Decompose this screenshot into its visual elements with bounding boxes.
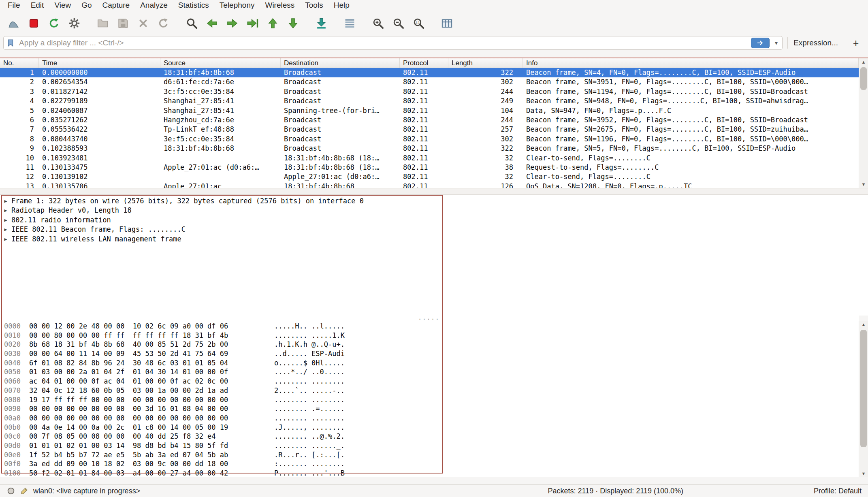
column-header-no[interactable]: No. xyxy=(0,58,39,68)
menu-item-wireless[interactable]: Wireless xyxy=(260,0,300,11)
scroll-down-icon[interactable]: ▼ xyxy=(859,470,868,477)
packet-row-8[interactable]: 80.0804437403e:f5:cc:0e:35:84Broadcast80… xyxy=(0,134,859,144)
menu-item-statistics[interactable]: Statistics xyxy=(173,0,214,11)
column-header-info[interactable]: Info xyxy=(523,58,859,68)
find-packet-button[interactable] xyxy=(181,13,202,33)
packet-list-scrollbar-track[interactable] xyxy=(859,66,868,181)
detail-line-4[interactable]: ▸IEEE 802.11 wireless LAN management fra… xyxy=(0,235,868,244)
reload-capture-file-button[interactable] xyxy=(153,13,173,33)
hex-row-0050[interactable]: 005001 03 00 00 2a 01 04 2f 01 04 30 14 … xyxy=(0,367,859,377)
menu-item-go[interactable]: Go xyxy=(76,0,97,11)
hex-row-00e0[interactable]: 00e01f 52 b4 b5 b7 72 ae e5 5b ab 3a ed … xyxy=(0,450,859,460)
expander-icon[interactable]: ▸ xyxy=(0,235,11,244)
capture-comment-icon[interactable] xyxy=(20,486,29,495)
packet-row-4[interactable]: 40.022799189Shanghai_27:85:41Broadcast80… xyxy=(0,96,859,106)
hex-row-0090[interactable]: 009000 00 00 00 00 00 00 00 00 3d 16 01 … xyxy=(0,404,859,414)
packet-row-12[interactable]: 120.130139102Apple_27:01:ac (d0:a6:…802.… xyxy=(0,172,859,181)
hex-row-00c0[interactable]: 00c000 7f 08 05 00 08 00 00 00 40 dd 25 … xyxy=(0,432,859,441)
stop-capture-button[interactable] xyxy=(23,13,44,33)
go-first-packet-button[interactable] xyxy=(262,13,283,33)
display-filter-entry[interactable]: ▾ xyxy=(3,36,783,50)
apply-filter-button[interactable] xyxy=(751,38,770,48)
scroll-down-icon[interactable]: ▼ xyxy=(859,181,868,188)
hex-dump-scrollbar[interactable]: ▲ ▼ xyxy=(859,321,868,477)
zoom-original-button[interactable]: 1:1 xyxy=(408,13,429,33)
column-header-destination[interactable]: Destination xyxy=(281,58,400,68)
hex-row-0010[interactable]: 001000 00 80 00 00 00 ff ff ff ff ff ff … xyxy=(0,331,859,340)
go-forward-button[interactable] xyxy=(222,13,242,33)
menu-item-analyze[interactable]: Analyze xyxy=(135,0,173,11)
packet-list-scrollbar-thumb[interactable] xyxy=(860,67,867,90)
go-back-button[interactable] xyxy=(202,13,222,33)
expander-icon[interactable]: ▸ xyxy=(0,206,11,215)
menu-item-tools[interactable]: Tools xyxy=(300,0,328,11)
packet-row-11[interactable]: 110.130133475Apple_27:01:ac (d0:a6:…18:3… xyxy=(0,163,859,172)
open-capture-file-button[interactable] xyxy=(92,13,113,33)
save-capture-file-button[interactable] xyxy=(113,13,133,33)
add-filter-button[interactable]: + xyxy=(849,37,863,49)
hex-row-0100[interactable]: 010050 f2 02 01 01 84 00 03 a4 00 00 27 … xyxy=(0,469,859,477)
hex-row-0070[interactable]: 007032 04 0c 12 18 60 0b 05 03 00 1a 00 … xyxy=(0,386,859,395)
column-header-protocol[interactable]: Protocol xyxy=(400,58,448,68)
hex-row-0060[interactable]: 0060ac 04 01 00 00 0f ac 04 01 00 00 0f … xyxy=(0,377,859,386)
packet-row-10[interactable]: 100.10392348118:31:bf:4b:8b:68 (18:…802.… xyxy=(0,154,859,163)
scroll-up-icon[interactable]: ▲ xyxy=(859,58,868,66)
menu-item-help[interactable]: Help xyxy=(328,0,355,11)
restart-capture-button[interactable] xyxy=(44,13,64,33)
menu-item-view[interactable]: View xyxy=(49,0,76,11)
close-capture-file-button[interactable] xyxy=(133,13,153,33)
hex-row-00d0[interactable]: 00d001 01 01 02 01 00 03 14 98 d8 bd b4 … xyxy=(0,441,859,450)
packet-row-5[interactable]: 50.024060087Shanghai_27:85:41Spanning-tr… xyxy=(0,106,859,115)
expert-info-icon[interactable] xyxy=(6,486,15,495)
column-header-source[interactable]: Source xyxy=(160,58,281,68)
packet-list-scrollbar[interactable]: ▲ ▼ xyxy=(859,58,868,188)
hex-row-00b0[interactable]: 00b000 4a 0e 14 00 0a 00 2c 01 c8 00 14 … xyxy=(0,423,859,432)
colorize-packets-button[interactable] xyxy=(339,13,360,33)
packet-row-3[interactable]: 30.0118271423c:f5:cc:0e:35:84Broadcast80… xyxy=(0,87,859,96)
packet-row-2[interactable]: 20.002654354d6:61:fe:cd:7a:6eBroadcast80… xyxy=(0,77,859,87)
resize-columns-button[interactable] xyxy=(437,13,457,33)
packet-row-9[interactable]: 90.10238859318:31:bf:4b:8b:68Broadcast80… xyxy=(0,144,859,153)
expression-button[interactable]: Expression... xyxy=(787,37,844,49)
menu-item-capture[interactable]: Capture xyxy=(97,0,135,11)
column-header-time[interactable]: Time xyxy=(39,58,160,68)
menu-item-telephony[interactable]: Telephony xyxy=(214,0,260,11)
expander-icon[interactable]: ▸ xyxy=(0,196,11,206)
hex-dump-scrollbar-track[interactable] xyxy=(859,328,868,470)
column-header-length[interactable]: Length xyxy=(448,58,523,68)
detail-line-3[interactable]: ▸IEEE 802.11 Beacon frame, Flags: ......… xyxy=(0,225,868,234)
packet-row-7[interactable]: 70.055536422Tp-LinkT_ef:48:88Broadcast80… xyxy=(0,125,859,134)
go-to-packet-button[interactable] xyxy=(242,13,262,33)
hex-row-00f0[interactable]: 00f03a ed dd 09 00 10 18 02 03 00 9c 00 … xyxy=(0,459,859,469)
hex-row-0020[interactable]: 00208b 68 18 31 bf 4b 8b 68 40 00 85 51 … xyxy=(0,340,859,349)
start-capture-button[interactable] xyxy=(3,13,23,33)
hex-row-0030[interactable]: 003000 00 64 00 11 14 00 09 45 53 50 2d … xyxy=(0,349,859,358)
detail-line-2[interactable]: ▸802.11 radio information xyxy=(0,215,868,225)
expander-icon[interactable]: ▸ xyxy=(0,215,11,225)
expander-icon[interactable]: ▸ xyxy=(0,225,11,234)
packet-row-13[interactable]: 130.130135706Apple_27:01:ac18:31:bf:4b:8… xyxy=(0,182,859,188)
hex-row-00a0[interactable]: 00a000 00 00 00 00 00 00 00 00 00 00 00 … xyxy=(0,414,859,423)
pane-splitter[interactable] xyxy=(0,188,868,195)
profile-status[interactable]: Profile: Default xyxy=(814,487,862,495)
pane-resize-handle[interactable]: ····· xyxy=(0,316,859,321)
hex-dump-scrollbar-thumb[interactable] xyxy=(860,330,867,447)
scroll-up-icon[interactable]: ▲ xyxy=(859,321,868,328)
go-last-packet-button[interactable] xyxy=(283,13,303,33)
filter-dropdown-chevron-icon[interactable]: ▾ xyxy=(773,39,780,47)
zoom-out-button[interactable] xyxy=(388,13,408,33)
packet-row-6[interactable]: 60.035271262Hangzhou_cd:7a:6eBroadcast80… xyxy=(0,115,859,125)
menu-item-file[interactable]: File xyxy=(2,0,26,11)
detail-line-0[interactable]: ▸Frame 1: 322 bytes on wire (2576 bits),… xyxy=(0,196,868,206)
display-filter-input[interactable] xyxy=(18,38,748,48)
menu-item-edit[interactable]: Edit xyxy=(26,0,49,11)
zoom-in-button[interactable] xyxy=(368,13,388,33)
bookmark-icon[interactable] xyxy=(6,38,15,47)
hex-row-0040[interactable]: 00406f 01 08 82 84 8b 96 24 30 48 6c 03 … xyxy=(0,358,859,368)
hex-row-0080[interactable]: 008019 17 ff ff ff 00 00 00 00 00 00 00 … xyxy=(0,395,859,405)
detail-line-1[interactable]: ▸Radiotap Header v0, Length 18 xyxy=(0,206,868,215)
auto-scroll-button[interactable] xyxy=(311,13,331,33)
hex-row-0000[interactable]: 000000 00 12 00 2e 48 00 00 10 02 6c 09 … xyxy=(0,322,859,331)
packet-row-1[interactable]: 10.00000000018:31:bf:4b:8b:68Broadcast80… xyxy=(0,68,859,77)
capture-options-button[interactable] xyxy=(64,13,84,33)
